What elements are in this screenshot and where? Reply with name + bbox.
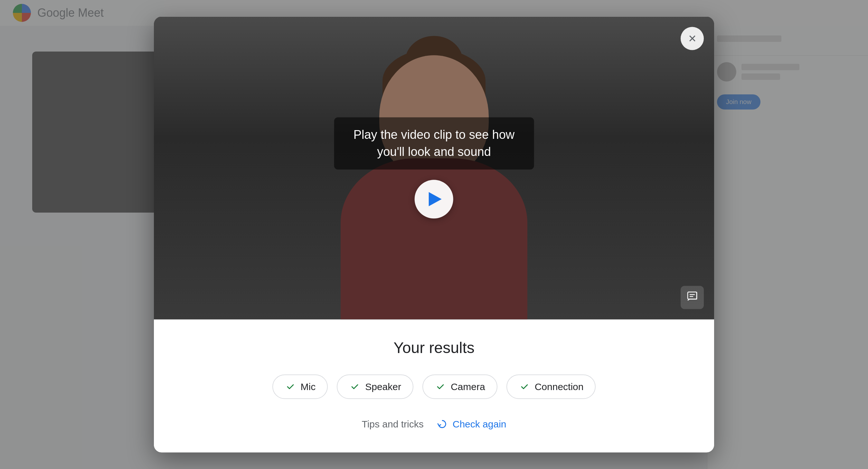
feedback-button[interactable]: [681, 286, 704, 309]
camera-chip: Camera: [423, 375, 497, 399]
results-section: Your results Mic Speaker: [154, 320, 714, 452]
refresh-icon: [437, 418, 448, 430]
camera-check-icon: [435, 381, 446, 393]
mic-label: Mic: [301, 381, 316, 392]
video-preview-area: Play the video clip to see howyou'll loo…: [154, 17, 714, 320]
feedback-icon: [686, 291, 698, 304]
check-again-label: Check again: [453, 419, 506, 430]
connection-check-icon: [519, 381, 530, 393]
play-button[interactable]: [415, 180, 453, 219]
video-overlay-text-bg: Play the video clip to see howyou'll loo…: [334, 117, 534, 170]
video-overlay: Play the video clip to see howyou'll loo…: [334, 117, 534, 218]
diagnostic-modal: Play the video clip to see howyou'll loo…: [154, 17, 714, 452]
speaker-label: Speaker: [365, 381, 401, 392]
mic-chip: Mic: [272, 375, 328, 399]
tips-link[interactable]: Tips and tricks: [362, 419, 423, 430]
connection-chip: Connection: [506, 375, 596, 399]
check-again-button[interactable]: Check again: [437, 418, 506, 430]
speaker-check-icon: [349, 381, 361, 393]
camera-label: Camera: [451, 381, 485, 392]
modal-actions: Tips and tricks Check again: [180, 418, 688, 430]
connection-label: Connection: [535, 381, 584, 392]
status-chips-container: Mic Speaker Camera: [180, 375, 688, 399]
mic-check-icon: [285, 381, 296, 393]
close-icon: ✕: [688, 32, 697, 45]
close-button[interactable]: ✕: [681, 27, 704, 50]
play-icon: [429, 192, 442, 206]
video-overlay-text: Play the video clip to see howyou'll loo…: [353, 126, 515, 160]
results-title: Your results: [180, 339, 688, 357]
svg-rect-0: [688, 292, 697, 299]
speaker-chip: Speaker: [337, 375, 413, 399]
